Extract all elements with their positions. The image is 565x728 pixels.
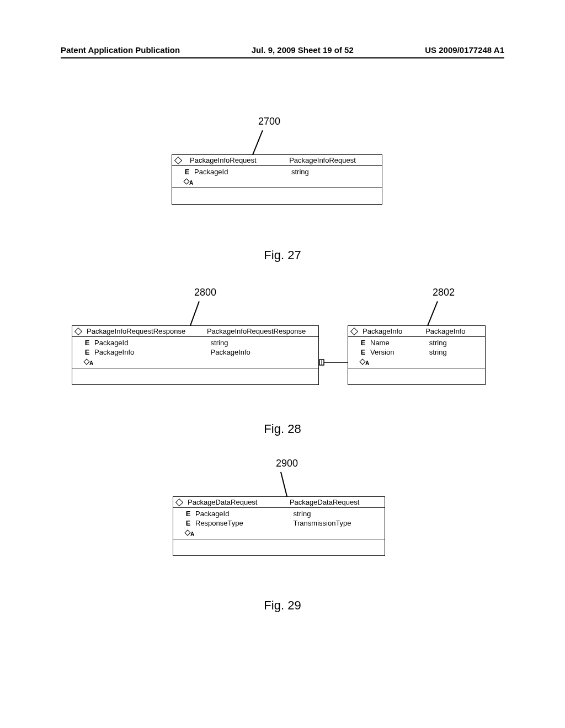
class-attrs: E Name string E Version string A [348,336,485,368]
attr-row-cls: A [184,528,382,538]
class-end-icon: A [185,528,194,537]
attr-type: string [429,339,483,347]
association-connector [319,358,348,366]
class-attrs: E PackageId string E ResponseType Transm… [173,507,385,539]
ref-label-2700: 2700 [258,116,280,127]
class-end-icon: A [360,357,369,366]
header-left: Patent Application Publication [61,45,180,55]
attr-type: string [294,510,382,518]
header-right: US 2009/0177248 A1 [425,45,504,55]
class-box-packagedatarequest: PackageDataRequest PackageDataRequest E … [173,496,385,556]
class-name: PackageInfoRequestResponse [87,327,207,335]
figure-caption-29: Fig. 29 [0,598,565,613]
class-title-row: PackageInfoRequest PackageInfoRequest [172,155,382,165]
attr-type: TransmissionType [294,519,382,527]
ref-label-2900: 2900 [276,458,298,469]
element-icon: E [183,168,191,176]
element-icon: E [184,519,192,527]
attr-row: E PackageId string [83,338,316,347]
class-box-packageinforequestresponse: PackageInfoRequestResponse PackageInfoRe… [72,325,319,385]
header-rule [61,57,504,58]
attr-row: E PackageInfo PackageInfo [83,347,316,357]
ref-label-2802: 2802 [433,287,455,298]
class-title-row: PackageInfo PackageInfo [348,326,485,336]
attr-type: string [291,168,380,176]
leader-line-2802 [427,301,438,327]
class-end-icon: A [84,357,93,366]
attr-row-cls: A [183,176,380,186]
attr-name: PackageId [194,168,291,176]
ref-label-2800: 2800 [194,287,216,298]
class-ops [72,368,318,384]
attr-name: PackageId [195,510,294,518]
class-title-row: PackageInfoRequestResponse PackageInfoRe… [72,326,318,336]
class-ops [348,368,485,384]
class-type: PackageInfo [425,327,483,335]
class-attrs: E PackageId string A [172,165,382,188]
class-title-row: PackageDataRequest PackageDataRequest [173,497,385,507]
class-box-packageinfo: PackageInfo PackageInfo E Name string E … [348,325,486,385]
leader-line-2800 [189,301,200,327]
attr-name: PackageInfo [94,348,211,356]
attr-row-cls: A [359,357,483,367]
element-icon: E [359,339,367,347]
class-type: PackageInfoRequestResponse [207,327,316,335]
attr-name: ResponseType [195,519,294,527]
attr-row: E PackageId string [183,167,380,176]
diamond-icon [74,327,82,335]
class-name: PackageInfo [363,327,425,335]
header-center: Jul. 9, 2009 Sheet 19 of 52 [252,45,354,55]
element-icon: E [184,510,192,518]
attr-type: string [211,339,316,347]
diamond-icon [350,327,358,335]
leader-line-2900 [280,472,288,499]
figure-caption-28: Fig. 28 [0,422,565,436]
attr-name: Name [370,339,429,347]
attr-type: PackageInfo [211,348,316,356]
class-box-packageinforequest: PackageInfoRequest PackageInfoRequest E … [172,154,382,205]
leader-line-2700 [252,130,263,156]
attr-row: E PackageId string [184,509,382,518]
class-ops [172,188,382,204]
element-icon: E [83,348,91,356]
diamond-icon [175,498,183,506]
class-name: PackageDataRequest [188,498,290,506]
attr-name: Version [370,348,429,356]
attr-row: E Version string [359,347,483,357]
element-icon: E [359,348,367,356]
class-type: PackageInfoRequest [289,156,380,164]
page-header: Patent Application Publication Jul. 9, 2… [61,45,504,55]
class-ops [173,539,385,555]
diamond-icon [174,156,182,164]
attr-row: E ResponseType TransmissionType [184,518,382,528]
attr-row-cls: A [83,357,316,367]
figure-caption-27: Fig. 27 [0,248,565,263]
class-end-icon: A [184,177,193,186]
attr-name: PackageId [94,339,211,347]
class-type: PackageDataRequest [290,498,382,506]
attr-type: string [429,348,483,356]
class-attrs: E PackageId string E PackageInfo Package… [72,336,318,368]
element-icon: E [83,339,91,347]
attr-row: E Name string [359,338,483,347]
class-name: PackageInfoRequest [186,156,289,164]
